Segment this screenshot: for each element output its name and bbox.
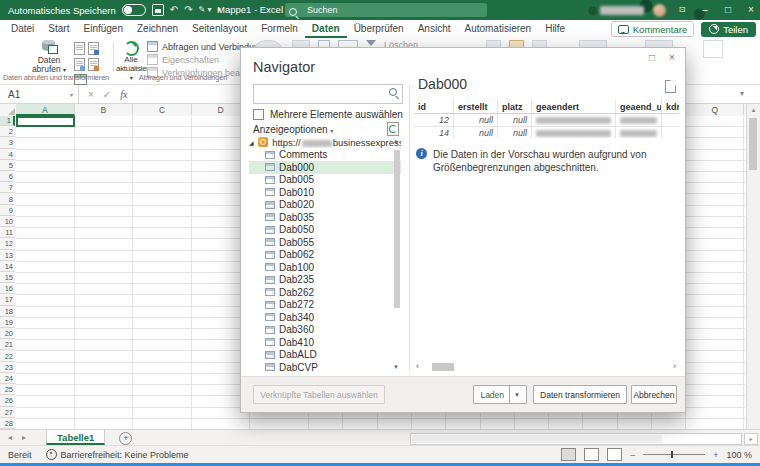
sheet-next-icon[interactable]: ▸ <box>22 430 26 446</box>
tab-überprüfen[interactable]: Überprüfen <box>347 20 411 38</box>
save-icon[interactable] <box>152 4 164 16</box>
navigator-item-Dab000[interactable]: Dab000 <box>249 161 401 174</box>
tab-start[interactable]: Start <box>41 20 76 38</box>
tree-scroll-thumb[interactable] <box>394 150 400 308</box>
autosave-toggle[interactable] <box>122 4 146 16</box>
navigator-item-DabCVP[interactable]: DabCVP <box>249 361 401 374</box>
row-header-6[interactable]: 6 <box>0 172 15 182</box>
preview-scroll-left-icon[interactable]: ‹ <box>416 361 419 371</box>
tree-scrollbar[interactable]: ▲ ▼ <box>391 136 403 372</box>
row-header-22[interactable]: 22 <box>0 352 15 362</box>
transform-data-button[interactable]: Daten transformieren <box>533 385 627 404</box>
preview-horizontal-scrollbar[interactable]: ‹ › <box>416 361 676 373</box>
formula-bar-expand-icon[interactable]: ▾ <box>740 85 744 103</box>
preview-document-icon[interactable] <box>665 80 676 93</box>
navigator-item-Dab262[interactable]: Dab262 <box>249 286 401 299</box>
refresh-preview-icon[interactable] <box>387 122 399 136</box>
preview-scroll-thumb[interactable] <box>432 363 454 371</box>
load-split-arrow-icon[interactable]: ▼ <box>509 386 520 403</box>
tree-root-source[interactable]: ◢https://businessexpress.cloud/a… <box>249 136 401 149</box>
from-text-icon[interactable] <box>74 42 85 55</box>
row-header-4[interactable]: 4 <box>0 150 15 160</box>
column-header-A[interactable]: A <box>16 104 75 116</box>
undo-icon[interactable]: ↶ <box>170 0 178 20</box>
tab-seitenlayout[interactable]: Seitenlayout <box>185 20 254 38</box>
tab-ansicht[interactable]: Ansicht <box>411 20 458 38</box>
row-header-21[interactable]: 21 <box>0 340 15 350</box>
navigator-item-Dab062[interactable]: Dab062 <box>249 249 401 262</box>
row-header-1[interactable]: 1 <box>0 116 15 126</box>
horizontal-scroll-thumb[interactable] <box>412 435 662 443</box>
navigator-item-Dab055[interactable]: Dab055 <box>249 236 401 249</box>
horizontal-scrollbar[interactable] <box>410 433 742 445</box>
share-button[interactable]: Teilen <box>701 22 756 37</box>
tab-einfügen[interactable]: Einfügen <box>76 20 129 38</box>
search-box[interactable]: Suchen <box>285 3 487 17</box>
sheet-tab-tabelle1[interactable]: Tabelle1 <box>46 430 105 445</box>
row-header-12[interactable]: 12 <box>0 239 15 249</box>
get-data-button[interactable]: Daten abrufen ▾ <box>26 40 72 75</box>
row-header-7[interactable]: 7 <box>0 183 15 193</box>
cancel-entry-icon[interactable]: × <box>88 89 94 100</box>
column-header-Q[interactable]: Q <box>686 104 744 115</box>
navigator-item-Dab020[interactable]: Dab020 <box>249 199 401 212</box>
close-button[interactable]: × <box>744 0 758 20</box>
page-break-view-icon[interactable] <box>607 448 622 461</box>
user-avatar[interactable] <box>653 4 666 17</box>
navigator-item-Dab360[interactable]: Dab360 <box>249 324 401 337</box>
from-sources-icon[interactable] <box>88 58 99 71</box>
dialog-close-icon[interactable]: × <box>665 52 679 63</box>
row-header-8[interactable]: 8 <box>0 195 15 205</box>
zoom-out-icon[interactable]: – <box>630 450 635 460</box>
ribbon-display-options-icon[interactable]: ⊡ <box>675 0 689 20</box>
row-header-5[interactable]: 5 <box>0 161 15 171</box>
navigator-item-Dab100[interactable]: Dab100 <box>249 261 401 274</box>
row-header-19[interactable]: 19 <box>0 318 15 328</box>
zoom-in-icon[interactable]: + <box>713 450 718 460</box>
from-web-icon[interactable] <box>88 42 99 55</box>
minimize-button[interactable]: – <box>698 0 712 20</box>
cancel-button[interactable]: Abbrechen <box>631 385 677 404</box>
accessibility-status[interactable]: Barrierefreiheit: Keine Probleme <box>46 449 189 460</box>
vertical-scroll-thumb[interactable] <box>749 118 757 170</box>
navigator-item-DabALD[interactable]: DabALD <box>249 349 401 362</box>
tree-scroll-up-icon[interactable]: ▲ <box>393 138 399 144</box>
tree-expand-icon[interactable]: ◢ <box>249 139 254 146</box>
row-header-25[interactable]: 25 <box>0 385 15 395</box>
tree-scroll-down-icon[interactable]: ▼ <box>393 364 399 370</box>
row-header-18[interactable]: 18 <box>0 307 15 317</box>
tab-hilfe[interactable]: Hilfe <box>538 20 572 38</box>
row-header-2[interactable]: 2 <box>0 127 15 137</box>
name-box[interactable]: A1 ▾ <box>0 85 79 103</box>
row-headers[interactable]: 1234567891011121314151617181920212223242… <box>0 116 17 430</box>
tab-zeichnen[interactable]: Zeichnen <box>130 20 185 38</box>
navigator-item-Dab272[interactable]: Dab272 <box>249 299 401 312</box>
navigator-item-Dab050[interactable]: Dab050 <box>249 224 401 237</box>
zoom-slider[interactable] <box>643 454 705 455</box>
confirm-entry-icon[interactable]: ✓ <box>103 89 111 100</box>
new-sheet-button[interactable]: + <box>119 432 132 445</box>
tab-datei[interactable]: Datei <box>4 20 41 38</box>
row-header-20[interactable]: 20 <box>0 329 15 339</box>
sheet-prev-icon[interactable]: ◂ <box>8 430 12 446</box>
navigator-item-Dab235[interactable]: Dab235 <box>249 274 401 287</box>
navigator-item-Dab010[interactable]: Dab010 <box>249 186 401 199</box>
comments-button[interactable]: Kommentare <box>611 21 694 37</box>
tab-formeln[interactable]: Formeln <box>254 20 305 38</box>
scroll-up-icon[interactable]: ▲ <box>747 104 760 116</box>
insert-function-icon[interactable]: fx <box>120 89 127 100</box>
row-header-13[interactable]: 13 <box>0 251 15 261</box>
tab-daten[interactable]: Daten <box>305 20 347 38</box>
name-box-dropdown-icon[interactable]: ▾ <box>70 91 78 98</box>
row-header-24[interactable]: 24 <box>0 374 15 384</box>
navigator-item-Comments[interactable]: Comments <box>249 149 401 162</box>
preview-scroll-right-icon[interactable]: › <box>673 361 676 371</box>
multi-select-row[interactable]: Mehrere Elemente auswählen <box>253 109 403 120</box>
row-header-17[interactable]: 17 <box>0 295 15 305</box>
redo-icon[interactable]: ↷ <box>184 0 192 20</box>
scroll-right-icon[interactable]: ▸ <box>744 433 758 445</box>
navigator-item-Dab410[interactable]: Dab410 <box>249 336 401 349</box>
row-header-23[interactable]: 23 <box>0 363 15 373</box>
display-options-dropdown[interactable]: Anzeigeoptionen ▾ <box>253 124 333 135</box>
load-button[interactable]: Laden ▼ <box>473 385 527 404</box>
